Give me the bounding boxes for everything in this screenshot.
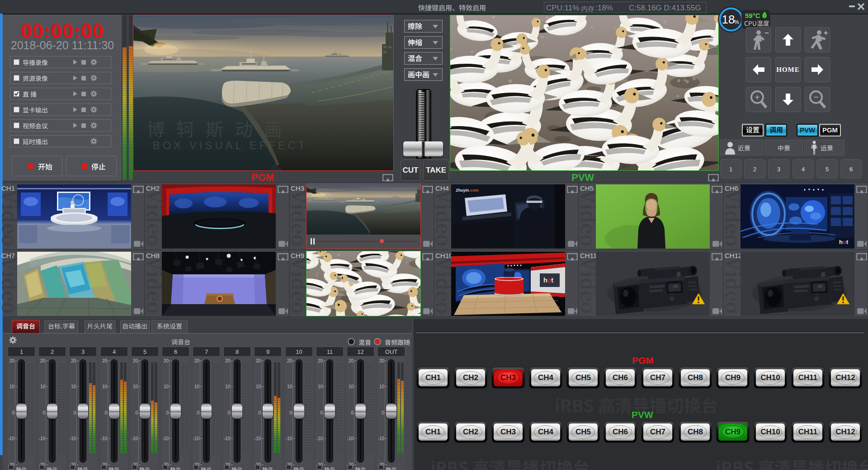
svg-text:BOX VISUAL EFFECT: BOX VISUAL EFFECT xyxy=(153,139,307,151)
svg-text:18: 18 xyxy=(722,13,735,26)
svg-text:%: % xyxy=(734,19,739,25)
svg-text:4K: 4K xyxy=(673,283,679,289)
svg-text:hot: hot xyxy=(839,239,849,245)
svg-text:−: − xyxy=(764,30,769,37)
svg-text:−: − xyxy=(814,93,819,102)
svg-text:+: + xyxy=(824,30,828,37)
svg-text:Zhuyin.com: Zhuyin.com xyxy=(456,188,479,193)
svg-text:+: + xyxy=(755,93,760,102)
svg-text:4K: 4K xyxy=(817,283,824,289)
svg-text:hot: hot xyxy=(543,277,553,284)
